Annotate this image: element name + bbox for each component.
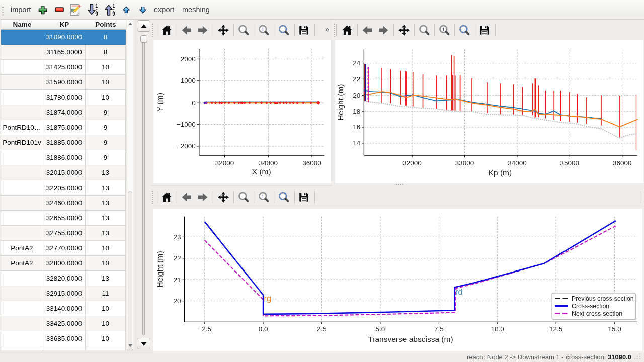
svg-text:0.0: 0.0 — [259, 325, 268, 333]
svg-text:Height (m): Height (m) — [336, 84, 345, 121]
svg-text:10.0: 10.0 — [491, 325, 504, 333]
svg-text:−2000: −2000 — [177, 142, 196, 150]
svg-text:rd: rd — [455, 287, 463, 296]
svg-text:20: 20 — [353, 92, 360, 99]
svg-text:Transverse abscissa (m): Transverse abscissa (m) — [368, 335, 453, 343]
svg-text:Y (m): Y (m) — [155, 93, 164, 112]
svg-text:1: 1 — [112, 4, 115, 9]
svg-text:23: 23 — [173, 233, 181, 241]
svg-text:Height (m): Height (m) — [155, 251, 164, 287]
svg-text:15.0: 15.0 — [608, 325, 621, 333]
svg-text:9: 9 — [112, 11, 115, 16]
svg-text:14: 14 — [353, 139, 361, 147]
svg-text:Kp (m): Kp (m) — [489, 168, 512, 177]
svg-text:32000: 32000 — [215, 159, 234, 167]
svg-text:34000: 34000 — [259, 159, 278, 167]
svg-text:24: 24 — [353, 59, 361, 67]
svg-text:Previous cross-section: Previous cross-section — [572, 295, 634, 302]
svg-text:12.5: 12.5 — [549, 325, 562, 333]
svg-text:9: 9 — [95, 11, 98, 16]
svg-text:1000: 1000 — [181, 77, 196, 84]
svg-text:−1000: −1000 — [177, 121, 196, 128]
svg-text:Cross-section: Cross-section — [572, 303, 609, 310]
svg-text:33000: 33000 — [455, 159, 474, 167]
svg-text:5.0: 5.0 — [376, 325, 385, 333]
svg-text:−2.5: −2.5 — [198, 325, 211, 333]
svg-text:2000: 2000 — [181, 55, 196, 63]
svg-text:7.5: 7.5 — [434, 325, 444, 333]
svg-text:22: 22 — [173, 254, 181, 262]
svg-text:36000: 36000 — [302, 159, 321, 167]
svg-text:36000: 36000 — [613, 159, 632, 167]
svg-text:20: 20 — [173, 297, 181, 305]
svg-text:35000: 35000 — [560, 159, 580, 167]
svg-text:0: 0 — [192, 99, 196, 107]
svg-text:32000: 32000 — [403, 159, 422, 167]
svg-text:2.5: 2.5 — [317, 325, 327, 333]
svg-text:Next cross-section: Next cross-section — [572, 310, 622, 317]
svg-text:18: 18 — [353, 108, 360, 115]
svg-text:1: 1 — [95, 4, 98, 9]
svg-text:rg: rg — [264, 294, 272, 303]
svg-text:22: 22 — [353, 75, 360, 83]
svg-text:16: 16 — [353, 123, 360, 131]
svg-text:34000: 34000 — [508, 159, 527, 167]
svg-text:21: 21 — [173, 276, 181, 284]
svg-text:X (m): X (m) — [252, 167, 271, 176]
